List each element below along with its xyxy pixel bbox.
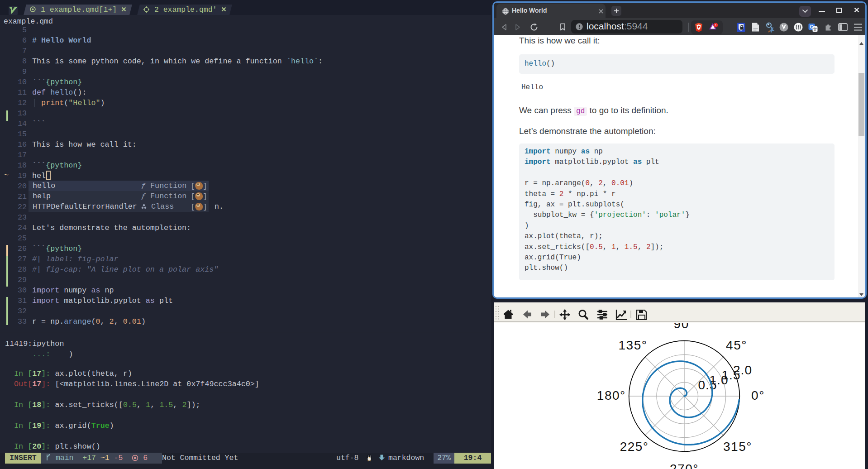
svg-text:270°: 270°	[670, 462, 699, 469]
svg-text:225°: 225°	[620, 440, 649, 454]
svg-text:90°: 90°	[674, 323, 695, 331]
svg-text:0°: 0°	[751, 388, 765, 402]
svg-text:180°: 180°	[597, 388, 626, 402]
svg-text:文: 文	[813, 27, 817, 32]
svg-text:315°: 315°	[723, 440, 752, 454]
svg-text:2.0: 2.0	[733, 363, 752, 377]
svg-text:1: 1	[715, 23, 716, 27]
svg-text:135°: 135°	[619, 338, 648, 352]
svg-text:45°: 45°	[726, 338, 747, 352]
